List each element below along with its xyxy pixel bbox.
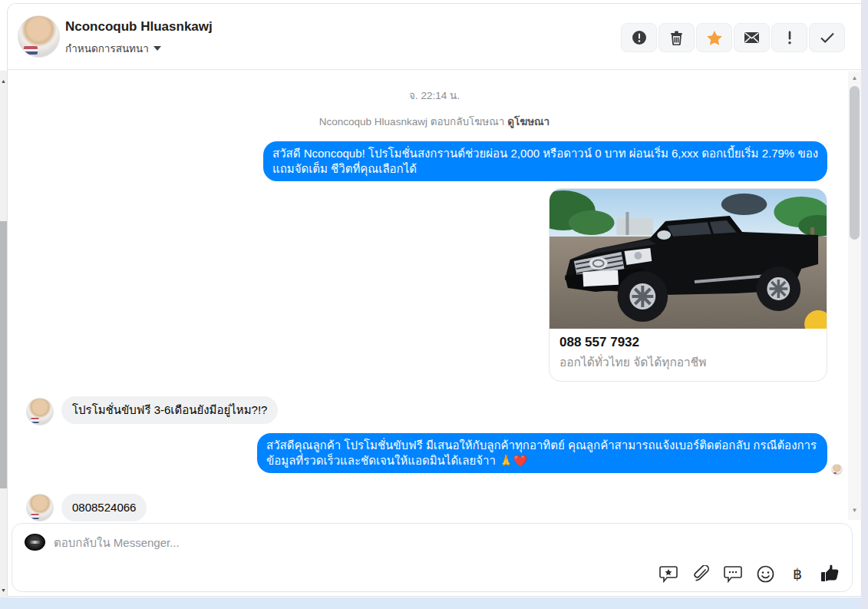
baht-icon: ฿ <box>793 565 802 583</box>
view-ad-link[interactable]: ดูโฆษณา <box>507 116 550 127</box>
ad-context-line: Nconcoqub Hluasnkawj ตอบกลับโฆษณา ดูโฆษณ… <box>8 113 861 130</box>
reply-composer: ฿ <box>12 523 853 592</box>
schedule-conversation-dropdown[interactable]: กำหนดการสนทนา <box>65 40 161 57</box>
chevron-down-icon <box>153 46 161 51</box>
paperclip-icon <box>692 565 709 583</box>
window-bottom-strip <box>0 597 861 609</box>
ad-card-info: 088 557 7932 ออกได้ทั่วไทย จัดได้ทุกอาชี… <box>550 329 827 381</box>
follow-up-button[interactable] <box>696 23 732 52</box>
contact-avatar[interactable] <box>18 15 60 58</box>
outgoing-message-1: สวัสดี Nconcoqub! โปรโมชั่นสงกรานต์ช่วยผ… <box>263 141 827 181</box>
conversation-header: Nconcoqub Hluasnkawj กำหนดการสนทนา <box>8 4 861 70</box>
alert-circle-icon <box>632 30 647 45</box>
contact-avatar-small <box>26 398 54 425</box>
left-scrollbar-down-arrow[interactable]: ▼ <box>0 587 7 593</box>
star-icon <box>706 30 723 46</box>
chat-scrollbar-thumb[interactable] <box>850 86 860 240</box>
emoji-button[interactable] <box>755 564 775 584</box>
comment-button[interactable] <box>723 564 743 584</box>
ad-caption: ออกได้ทั่วไทย จัดได้ทุกอาชีพ <box>559 352 817 372</box>
check-icon <box>820 31 835 44</box>
chat-scrollbar-up-arrow[interactable]: ▲ <box>848 75 861 81</box>
window-right-edge <box>861 0 868 609</box>
mark-important-button[interactable] <box>771 23 807 52</box>
exclamation-icon <box>787 30 793 45</box>
like-button[interactable] <box>820 564 840 584</box>
report-button[interactable] <box>621 23 657 52</box>
ad-context-name: Nconcoqub Hluasnkawj <box>319 116 427 127</box>
schedule-conversation-label: กำหนดการสนทนา <box>65 40 149 57</box>
saved-replies-button[interactable] <box>658 564 678 584</box>
truck-photo <box>550 189 827 329</box>
payment-button[interactable]: ฿ <box>787 564 807 584</box>
mark-done-button[interactable] <box>809 23 845 52</box>
attach-file-button[interactable] <box>691 564 711 584</box>
outgoing-message-2: สวัสดีคุณลูกค้า โปรโมชั่นขับฟรี มีเสนอให… <box>257 433 827 473</box>
bubble-star-icon <box>659 565 678 583</box>
composer-toolbar: ฿ <box>658 564 840 584</box>
chat-scrollbar-down-arrow[interactable]: ▼ <box>848 508 861 514</box>
conversation-panel: Nconcoqub Hluasnkawj กำหนดการสนทนา <box>7 3 861 597</box>
mark-unread-envelope-icon <box>744 31 760 45</box>
left-scrollbar-up-arrow[interactable]: ▲ <box>0 78 7 84</box>
seen-indicator-avatar <box>831 464 843 475</box>
message-list: จ. 22:14 น. Nconcoqub Hluasnkawj ตอบกลับ… <box>8 71 861 520</box>
contact-name: Nconcoqub Hluasnkawj <box>65 19 213 35</box>
ad-attachment-card[interactable]: 088 557 7932 ออกได้ทั่วไทย จัดได้ทุกอาชี… <box>549 188 827 382</box>
page-avatar <box>25 534 45 551</box>
mark-unread-button[interactable] <box>734 23 770 52</box>
left-scrollbar[interactable]: ▲ ▼ <box>0 71 7 597</box>
contact-avatar-small <box>26 494 54 521</box>
bubble-dots-icon <box>724 565 742 583</box>
ad-phone-number: 088 557 7932 <box>559 335 817 350</box>
timestamp: จ. 22:14 น. <box>8 87 861 104</box>
ad-context-action: ตอบกลับโฆษณา <box>427 116 507 127</box>
trash-icon <box>669 30 684 45</box>
incoming-message-2: 0808524066 <box>61 494 147 521</box>
smiley-icon <box>757 565 774 583</box>
reply-input[interactable] <box>54 531 514 553</box>
incoming-message-1: โปรโมชั่นขับฟรี 3-6เดือนยังมีอยู่ไหม?!? <box>61 396 278 424</box>
header-actions <box>621 23 845 52</box>
delete-button[interactable] <box>658 23 695 52</box>
chat-scrollbar[interactable]: ▲ ▼ <box>848 71 861 520</box>
left-scrollbar-thumb[interactable] <box>0 221 7 488</box>
thumbs-up-icon <box>820 564 840 583</box>
